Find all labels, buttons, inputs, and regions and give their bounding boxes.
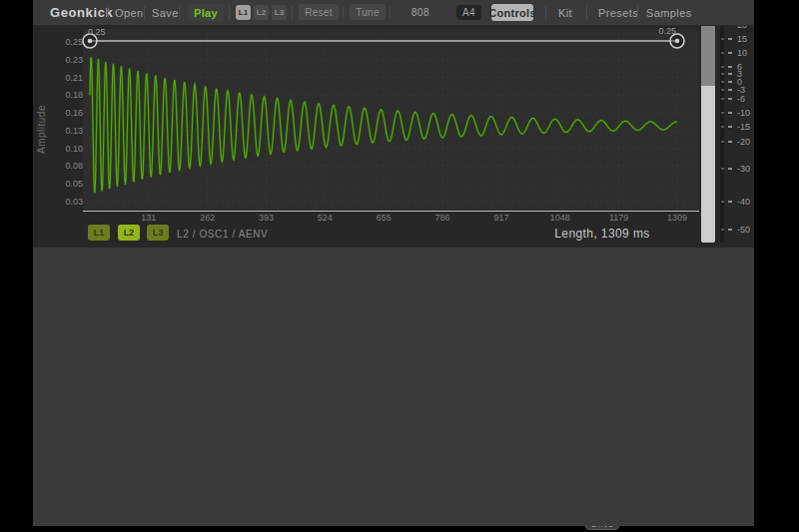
controls-tab[interactable]: Controls bbox=[491, 4, 533, 21]
samples-tab[interactable]: Samples bbox=[646, 0, 692, 25]
meter-tick bbox=[728, 52, 732, 54]
toolbar-layer-l1[interactable]: L1 bbox=[236, 5, 251, 20]
plot-layer-tab-l2[interactable]: L2 bbox=[118, 225, 140, 241]
presets-tab[interactable]: Presets bbox=[598, 0, 638, 25]
meter-tick bbox=[728, 141, 732, 143]
meter-db-label: -40 bbox=[737, 198, 750, 206]
play-button[interactable]: Play bbox=[188, 4, 224, 21]
note-button[interactable]: A4 bbox=[456, 5, 481, 20]
meter-tick bbox=[728, 229, 732, 231]
meter-tick bbox=[721, 89, 724, 91]
meter-db-label: -30 bbox=[737, 165, 750, 173]
meter-db-label: -50 bbox=[737, 226, 750, 234]
meter-headroom bbox=[701, 23, 715, 86]
y-axis-title: Amplitude bbox=[36, 98, 47, 162]
meter-db-label: -10 bbox=[737, 109, 750, 117]
meter-tick bbox=[728, 66, 732, 68]
toolbar: Geonkick Open Save Play L1 L2 L3 Reset T… bbox=[33, 0, 754, 26]
save-button[interactable]: Save bbox=[152, 0, 179, 25]
toolbar-layer-l2[interactable]: L2 bbox=[254, 5, 269, 20]
meter-db-label: -6 bbox=[737, 95, 745, 103]
tune-button[interactable]: Tune bbox=[350, 4, 386, 20]
meter-tick bbox=[721, 229, 724, 231]
meter-tick bbox=[721, 112, 724, 114]
meter-level bbox=[701, 86, 715, 243]
meter-tick bbox=[728, 38, 732, 40]
meter-tick bbox=[721, 52, 724, 54]
meter-tick bbox=[721, 98, 724, 100]
toolbar-layer-l3[interactable]: L3 bbox=[272, 5, 287, 20]
meter-track bbox=[720, 23, 724, 243]
meter-tick bbox=[728, 112, 732, 114]
meter-tick bbox=[728, 81, 732, 83]
meter-tick bbox=[728, 73, 732, 75]
plot-layer-tab-l1[interactable]: L1 bbox=[88, 225, 110, 241]
limiter-level-meter[interactable] bbox=[701, 23, 715, 243]
meter-tick bbox=[728, 168, 732, 170]
controls-region bbox=[33, 248, 754, 526]
preset-808-button[interactable]: 808 bbox=[411, 0, 429, 25]
meter-tick bbox=[721, 66, 724, 68]
meter-tick bbox=[721, 168, 724, 170]
meter-tick bbox=[728, 126, 732, 128]
length-label: Length, 1309 ms bbox=[512, 227, 692, 241]
meter-tick bbox=[721, 141, 724, 143]
meter-tick bbox=[721, 73, 724, 75]
reset-button[interactable]: Reset bbox=[299, 4, 339, 20]
meter-tick bbox=[728, 89, 732, 91]
meter-tick bbox=[721, 38, 724, 40]
meter-tick bbox=[721, 126, 724, 128]
meter-tick bbox=[721, 201, 724, 203]
meter-db-label: 10 bbox=[737, 49, 747, 57]
geonkick-window: 0.250.230.210.180.160.130.100.080.050.03… bbox=[33, 0, 754, 526]
meter-db-label: 15 bbox=[737, 35, 747, 43]
meter-tick bbox=[728, 98, 732, 100]
waveform-panel bbox=[33, 25, 754, 248]
meter-db-label: -20 bbox=[737, 138, 750, 146]
open-button[interactable]: Open bbox=[115, 0, 144, 25]
meter-db-label: -15 bbox=[737, 123, 750, 131]
app-logo: Geonkick bbox=[50, 0, 113, 25]
plot-layer-tab-l3[interactable]: L3 bbox=[147, 225, 169, 241]
kit-tab[interactable]: Kit bbox=[558, 0, 572, 25]
meter-db-label: -3 bbox=[737, 86, 745, 94]
meter-tick bbox=[728, 201, 732, 203]
envelope-path-breadcrumb: L2 / OSC1 / AENV bbox=[177, 229, 268, 240]
meter-tick bbox=[721, 81, 724, 83]
